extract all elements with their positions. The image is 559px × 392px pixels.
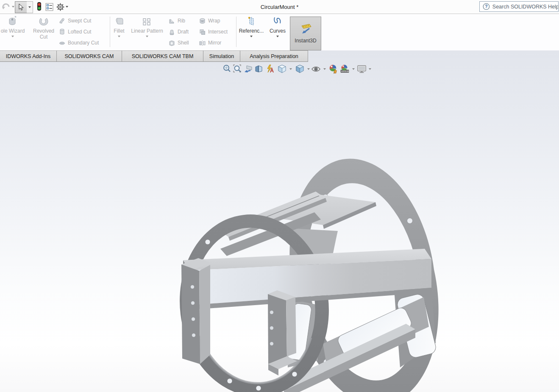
section-view-icon[interactable] (254, 64, 264, 74)
ribbon-separator (236, 17, 236, 47)
command-manager-ribbon: ole Wizard Revolved Cut Swept Cut Lofted… (0, 14, 559, 51)
instant3d-toggle-button[interactable]: Instant3D (290, 17, 321, 50)
intersect-button[interactable]: Intersect (199, 28, 228, 36)
linear-pattern-icon (142, 16, 153, 27)
dynamic-annotation-views-icon[interactable] (264, 64, 274, 74)
undo-icon[interactable] (2, 2, 11, 12)
shell-label: Shell (178, 40, 189, 46)
rib-button[interactable]: Rib (168, 17, 185, 25)
rib-icon (168, 17, 175, 25)
model-circularmount[interactable] (170, 156, 441, 392)
lofted-cut-icon (58, 28, 66, 36)
view-orientation-flyout-caret[interactable] (289, 67, 293, 71)
zoom-to-fit-icon[interactable] (222, 64, 232, 74)
mid-post-side-face (286, 297, 296, 356)
select-tool-button[interactable] (15, 1, 27, 13)
hole-wizard-icon (7, 16, 18, 27)
command-manager-tabs: IDWORKS Add-Ins SOLIDWORKS CAM SOLIDWORK… (0, 50, 308, 62)
swept-cut-icon (58, 17, 66, 25)
lofted-cut-button[interactable]: Lofted Cut (58, 28, 91, 36)
select-tool-flyout[interactable] (27, 1, 33, 13)
fillet-button[interactable]: Fillet (108, 16, 131, 37)
left-post-side-face (181, 264, 200, 364)
window-title: CircularMount * (0, 0, 559, 14)
mirror-icon (199, 39, 206, 47)
edit-appearance-icon[interactable] (328, 64, 338, 74)
revolved-cut-button[interactable]: Revolved Cut (31, 16, 57, 40)
view-settings-monitor-icon[interactable] (357, 64, 367, 74)
revolved-cut-label: Revolved Cut (31, 28, 57, 40)
help-search-box[interactable]: ? Search SOLIDWORKS Help (479, 1, 559, 12)
tab-analysis-preparation[interactable]: Analysis Preparation (240, 50, 308, 62)
help-search-placeholder: Search SOLIDWORKS Help (492, 4, 558, 10)
swept-cut-button[interactable]: Swept Cut (58, 17, 91, 25)
hole-wizard-label: ole Wizard (1, 28, 25, 34)
tab-solidworks-cam[interactable]: SOLIDWORKS CAM (57, 50, 122, 62)
fillet-flyout-caret[interactable] (118, 36, 120, 37)
shell-button[interactable]: Shell (168, 39, 189, 47)
wrap-icon (199, 17, 206, 25)
curves-flyout-caret[interactable] (276, 36, 279, 37)
design-tree-options-icon[interactable] (45, 2, 53, 12)
boundary-cut-icon (58, 39, 66, 47)
options-flyout-caret[interactable] (65, 2, 69, 12)
tab-solidworks-add-ins[interactable]: IDWORKS Add-Ins (0, 50, 57, 62)
draft-icon (168, 28, 175, 36)
tab-solidworks-cam-tbm[interactable]: SOLIDWORKS CAM TBM (122, 50, 203, 62)
shell-icon (168, 39, 175, 47)
linear-pattern-button[interactable]: Linear Pattern (128, 16, 166, 37)
reference-geometry-button[interactable]: Referenc... (238, 16, 264, 37)
wrap-label: Wrap (208, 18, 220, 24)
rebuild-traffic-light-icon[interactable] (36, 2, 42, 12)
cursor-icon (18, 3, 24, 11)
display-style-flyout-caret[interactable] (306, 67, 311, 71)
rib-label: Rib (178, 18, 185, 24)
linear-pattern-label: Linear Pattern (131, 28, 163, 34)
zoom-to-area-icon[interactable] (233, 64, 242, 74)
graphics-viewport[interactable]: IDWORKS Add-Ins SOLIDWORKS CAM SOLIDWORK… (0, 50, 559, 392)
tab-simulation[interactable]: Simulation (203, 50, 240, 62)
view-orientation-cube-icon[interactable] (277, 64, 287, 74)
left-post-front-face (199, 265, 210, 364)
draft-label: Draft (178, 29, 189, 35)
display-style-icon[interactable] (295, 64, 305, 74)
curves-label: Curves (270, 28, 286, 34)
hide-show-items-eye-icon[interactable] (311, 64, 321, 74)
hide-show-flyout-caret[interactable] (323, 67, 327, 71)
lofted-cut-label: Lofted Cut (68, 29, 91, 35)
solidworks-window: CircularMount * ? Search SOLIDWORKS Help… (0, 0, 559, 392)
title-bar: CircularMount * ? Search SOLIDWORKS Help (0, 0, 559, 14)
boundary-cut-label: Boundary Cut (68, 40, 99, 46)
svg-text:?: ? (485, 4, 487, 9)
instant3d-icon (298, 23, 313, 35)
curves-button[interactable]: Curves (267, 16, 288, 37)
fillet-label: Fillet (114, 28, 124, 34)
intersect-label: Intersect (208, 29, 228, 35)
reference-geometry-label: Referenc... (239, 28, 264, 34)
hole-wizard-button[interactable]: ole Wizard (0, 16, 30, 37)
intersect-icon (199, 28, 206, 36)
mirror-label: Mirror (208, 40, 221, 46)
revolved-cut-icon (38, 16, 49, 27)
draft-button[interactable]: Draft (168, 28, 189, 36)
swept-cut-label: Swept Cut (68, 18, 91, 24)
fillet-icon (114, 16, 125, 27)
apply-scene-flyout-caret[interactable] (351, 67, 356, 71)
previous-view-icon[interactable] (243, 64, 253, 74)
curves-icon (272, 16, 283, 27)
apply-scene-icon[interactable] (340, 64, 350, 74)
reference-flyout-caret[interactable] (250, 36, 253, 37)
wrap-button[interactable]: Wrap (199, 17, 220, 25)
mirror-button[interactable]: Mirror (199, 39, 221, 47)
boundary-cut-button[interactable]: Boundary Cut (58, 39, 99, 47)
instant3d-label: Instant3D (295, 38, 316, 44)
view-settings-flyout-caret[interactable] (368, 67, 372, 71)
linear-pattern-flyout-caret[interactable] (146, 36, 148, 37)
hole-wizard-flyout-caret[interactable] (11, 36, 14, 37)
reference-geometry-icon (246, 16, 257, 27)
options-gear-icon[interactable] (56, 2, 65, 12)
help-question-icon: ? (483, 3, 490, 10)
